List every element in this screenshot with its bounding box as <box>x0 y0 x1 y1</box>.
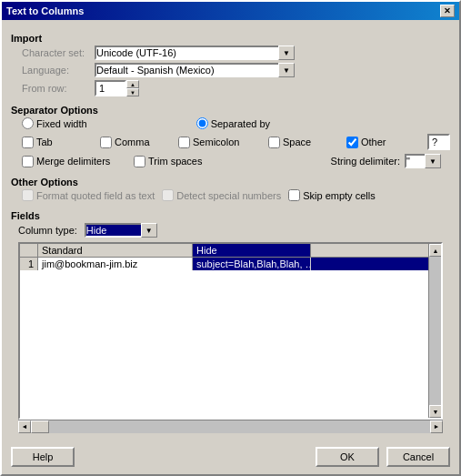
skip-empty-label: Skip empty cells <box>303 190 375 201</box>
from-row-input[interactable]: 1 <box>95 80 126 96</box>
cancel-button[interactable]: Cancel <box>386 447 450 467</box>
scroll-thumb-horiz <box>31 420 49 433</box>
fixed-width-label: Fixed width <box>36 118 87 129</box>
string-delimiter-select-wrapper: " <box>405 154 441 168</box>
preview-container: Standard Hide 1 jim@bookman-jim.biz subj… <box>18 242 443 420</box>
string-delimiter-label: String delimiter: <box>331 156 400 167</box>
skip-empty-option[interactable]: Skip empty cells <box>288 189 375 201</box>
character-set-select[interactable]: Unicode (UTF-16) <box>95 46 295 60</box>
column-type-select-wrapper: Hide Standard <box>85 223 157 238</box>
import-section-title: Import <box>11 33 450 44</box>
dialog-title: Text to Columns <box>6 5 84 16</box>
semicolon-option[interactable]: Semicolon <box>178 137 268 148</box>
semicolon-checkbox[interactable] <box>178 137 190 148</box>
separator-options-content: Fixed width Separated by Tab Comma <box>11 117 450 171</box>
comma-option[interactable]: Comma <box>100 137 178 148</box>
text-to-columns-dialog: Text to Columns ✕ Import Character set: … <box>0 0 461 476</box>
string-delimiter-select[interactable]: " <box>405 154 441 168</box>
preview-row-num: 1 <box>20 258 38 270</box>
tab-option[interactable]: Tab <box>22 137 100 148</box>
close-button[interactable]: ✕ <box>440 5 455 17</box>
preview-header-col1: Standard <box>38 244 193 257</box>
dialog-footer: Help OK Cancel <box>2 440 459 474</box>
character-set-label: Character set: <box>22 47 95 58</box>
language-row: Language: Default - Spanish (Mexico) <box>11 63 450 77</box>
checkbox-row-1: Tab Comma Semicolon Space Other <box>22 134 450 150</box>
detect-special-option[interactable]: Detect special numbers <box>162 189 281 201</box>
fixed-width-option[interactable]: Fixed width <box>22 117 87 129</box>
separated-by-radio[interactable] <box>196 117 208 129</box>
scroll-track-vert <box>429 257 441 405</box>
spinbox-up[interactable]: ▲ <box>126 80 139 88</box>
scroll-left-btn[interactable]: ◄ <box>18 420 31 433</box>
merge-delimiters-checkbox[interactable] <box>22 156 34 167</box>
other-label: Other <box>361 137 386 147</box>
other-checkbox[interactable] <box>346 137 358 148</box>
scroll-up-btn[interactable]: ▲ <box>429 244 442 257</box>
language-label: Language: <box>22 65 95 76</box>
spinbox-buttons: ▲ ▼ <box>126 80 139 96</box>
separated-by-option[interactable]: Separated by <box>196 117 270 129</box>
other-options-content: Format quoted field as text Detect speci… <box>11 189 450 201</box>
fields-section-content: Column type: Hide Standard Standard Hide <box>11 223 450 432</box>
other-options-title: Other Options <box>11 177 450 187</box>
space-option[interactable]: Space <box>268 137 346 148</box>
other-value-input[interactable] <box>427 134 450 150</box>
skip-empty-checkbox[interactable] <box>288 189 300 201</box>
merge-delimiters-label: Merge delimiters <box>36 156 110 167</box>
string-delimiter-area: String delimiter: " <box>331 154 450 168</box>
column-type-select[interactable]: Hide Standard <box>85 223 157 238</box>
footer-right-buttons: OK Cancel <box>316 447 450 467</box>
format-quoted-label: Format quoted field as text <box>36 190 155 201</box>
separator-options-title: Separator Options <box>11 105 450 116</box>
detect-special-label: Detect special numbers <box>176 190 281 201</box>
scroll-right-btn[interactable]: ► <box>430 420 443 433</box>
separator-radio-row: Fixed width Separated by <box>22 117 450 129</box>
language-select[interactable]: Default - Spanish (Mexico) <box>95 63 295 77</box>
trim-spaces-label: Trim spaces <box>148 156 203 167</box>
format-quoted-checkbox[interactable] <box>22 189 34 201</box>
fixed-width-radio[interactable] <box>22 117 34 129</box>
preview-cell-2: subject=Blah,Blah,Blah, … <box>193 258 311 270</box>
separated-by-label: Separated by <box>211 118 270 129</box>
format-quoted-option[interactable]: Format quoted field as text <box>22 189 155 201</box>
semicolon-label: Semicolon <box>193 137 239 147</box>
trim-spaces-checkbox[interactable] <box>134 156 145 167</box>
preview-inner: Standard Hide 1 jim@bookman-jim.biz subj… <box>20 244 428 418</box>
preview-header-rownum <box>20 244 38 257</box>
preview-data-row: 1 jim@bookman-jim.biz subject=Blah,Blah,… <box>20 258 428 270</box>
dialog-content: Import Character set: Unicode (UTF-16) L… <box>2 20 459 440</box>
preview-header: Standard Hide <box>20 244 428 258</box>
fields-section-title: Fields <box>11 210 450 221</box>
merge-delimiters-option[interactable]: Merge delimiters <box>22 156 126 167</box>
horizontal-scrollbar[interactable]: ◄ ► <box>18 420 443 432</box>
ok-button[interactable]: OK <box>316 447 379 467</box>
language-select-wrapper: Default - Spanish (Mexico) <box>95 63 295 77</box>
other-option[interactable]: Other <box>346 137 425 148</box>
title-bar: Text to Columns ✕ <box>2 2 459 20</box>
character-set-row: Character set: Unicode (UTF-16) <box>11 46 450 60</box>
space-label: Space <box>283 137 311 147</box>
trim-spaces-option[interactable]: Trim spaces <box>134 156 238 167</box>
space-checkbox[interactable] <box>268 137 280 148</box>
column-type-row: Column type: Hide Standard <box>18 223 443 238</box>
detect-special-checkbox[interactable] <box>162 189 174 201</box>
vertical-scrollbar[interactable]: ▲ ▼ <box>428 244 441 418</box>
scroll-down-btn[interactable]: ▼ <box>429 405 442 418</box>
tab-checkbox[interactable] <box>22 137 34 148</box>
from-row-row: From row: 1 ▲ ▼ <box>11 80 450 96</box>
from-row-label: From row: <box>22 83 95 94</box>
comma-checkbox[interactable] <box>100 137 112 148</box>
title-bar-buttons: ✕ <box>440 5 455 17</box>
merge-trim-delim-row: Merge delimiters Trim spaces String deli… <box>22 154 450 168</box>
spinbox-down[interactable]: ▼ <box>126 88 139 96</box>
comma-label: Comma <box>115 137 150 147</box>
help-button[interactable]: Help <box>11 447 75 467</box>
column-type-label: Column type: <box>18 225 77 236</box>
tab-label: Tab <box>36 137 53 147</box>
character-set-select-wrapper: Unicode (UTF-16) <box>95 46 295 60</box>
scroll-track-horiz <box>31 420 430 433</box>
preview-header-col2: Hide <box>193 244 311 257</box>
from-row-spinbox: 1 ▲ ▼ <box>95 80 139 96</box>
preview-cell-1: jim@bookman-jim.biz <box>38 258 193 270</box>
